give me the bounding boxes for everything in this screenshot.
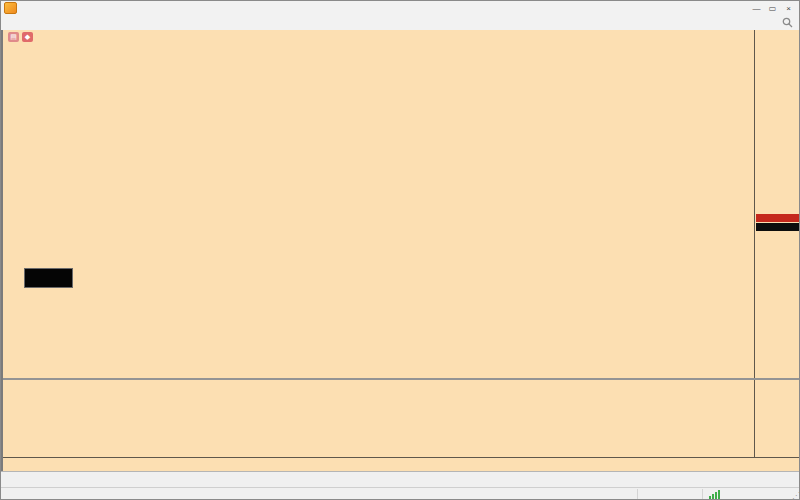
chart-window: ▤ ◆	[1, 30, 800, 471]
chart-title-row: ▤ ◆	[8, 32, 36, 42]
indicator-subwindow[interactable]	[3, 380, 800, 457]
price-axis[interactable]	[754, 30, 800, 457]
resize-grip[interactable]: ⋰	[792, 491, 800, 500]
app-icon	[4, 2, 17, 14]
chart-tabs-bar	[1, 471, 800, 487]
chart-window-icon: ▤	[8, 32, 19, 42]
search-icon[interactable]	[782, 17, 799, 28]
pane-splitter[interactable]	[3, 378, 800, 380]
status-profile[interactable]	[637, 489, 702, 500]
time-axis[interactable]	[3, 457, 800, 471]
toolbar	[1, 15, 799, 31]
window-controls: —▭×	[750, 3, 799, 14]
restore-button[interactable]: ▭	[766, 3, 779, 14]
ask-price-badge	[756, 214, 800, 222]
status-connection	[702, 489, 800, 500]
status-bar: ⋰	[1, 487, 800, 500]
menu-bar: —▭×	[1, 1, 799, 15]
redacted-position-info	[24, 268, 73, 288]
connection-bars-icon	[709, 490, 720, 499]
minimize-button[interactable]: —	[750, 3, 763, 14]
status-help-text	[1, 489, 637, 500]
mt5-window: { "menu": { "items": ["File", "View", "I…	[0, 0, 800, 500]
bid-price-badge	[756, 223, 800, 231]
price-chart[interactable]	[3, 30, 754, 378]
close-button[interactable]: ×	[782, 3, 795, 14]
chart-symbol-icon: ◆	[22, 32, 33, 42]
